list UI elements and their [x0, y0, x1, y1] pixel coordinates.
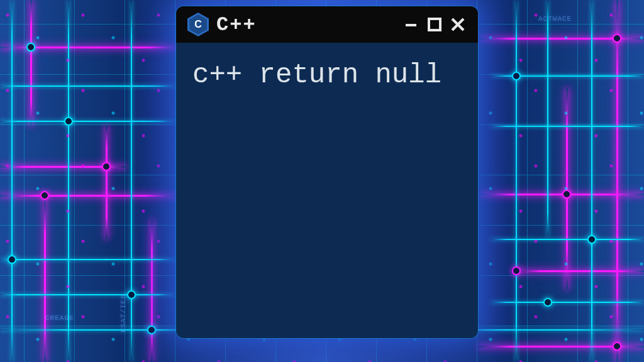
window-title: C++ — [216, 13, 396, 36]
window-controls — [404, 16, 467, 33]
terminal-content[interactable]: c++ return null — [176, 43, 478, 107]
titlebar[interactable]: C C++ — [176, 6, 478, 43]
cpp-icon-text: C — [194, 19, 202, 30]
close-button[interactable] — [449, 16, 467, 33]
maximize-button[interactable] — [426, 16, 443, 33]
terminal-window: C C++ c++ return null — [176, 6, 478, 338]
cpp-icon: C — [187, 13, 209, 36]
minimize-button[interactable] — [404, 16, 420, 33]
svg-rect-1 — [429, 19, 440, 30]
